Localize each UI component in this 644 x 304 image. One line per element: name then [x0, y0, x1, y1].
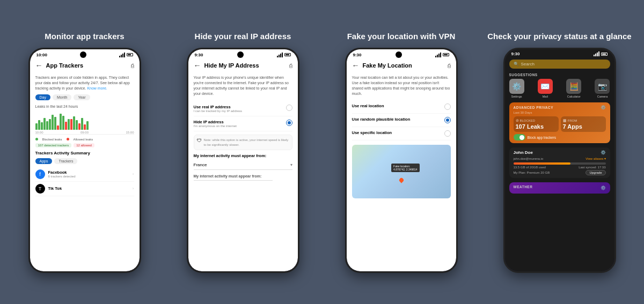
- user-email: john.doe@murena.io: [514, 157, 544, 160]
- appear-label: My internet activity must appear from:: [194, 153, 292, 158]
- back-button-1[interactable]: ←: [35, 61, 43, 70]
- radio-real-ip[interactable]: Use real IP address I can be tracked by …: [194, 101, 292, 116]
- block-trackers-toggle-row: Block app trackers: [514, 134, 606, 140]
- chart-bars: [35, 110, 134, 131]
- chevron-facebook: ›: [133, 172, 134, 176]
- ap-subtitle: Last 30 Days: [514, 111, 606, 114]
- storage-bar-fill: [514, 162, 571, 165]
- share-icon-1[interactable]: ⎙: [131, 63, 134, 69]
- phone-screen-hideip: 9:30 ←: [188, 49, 298, 271]
- facebook-icon: f: [35, 169, 45, 179]
- feature-hideip: Hide your real IP address 9:30: [169, 31, 317, 273]
- from-count: 7 Apps: [563, 123, 604, 130]
- activity-tabs: Apps Trackers: [35, 158, 134, 164]
- plan-label: My Plan: Premium 20 GB: [514, 171, 550, 174]
- status-bar-1: 10:00: [30, 49, 140, 59]
- status-time-4: 9:30: [511, 51, 520, 56]
- phone-fakelocation: 9:30 ←: [345, 48, 458, 273]
- view-aliases-link[interactable]: View aliases ▾: [586, 157, 605, 160]
- ap-gear-icon[interactable]: ⚙️: [601, 105, 606, 110]
- signal-icon-4: [594, 51, 599, 56]
- feature-monitor: Monitor app trackers 10:00: [11, 31, 158, 273]
- location-value: France: [194, 162, 207, 167]
- weather-gear-icon[interactable]: ⚙️: [601, 186, 606, 190]
- section-label: Leaks in the last 24 hours: [35, 105, 134, 108]
- tab-month[interactable]: Month: [53, 94, 71, 100]
- location-select[interactable]: France ▾: [194, 160, 292, 170]
- ap-title: ADVANCED PRIVACY: [514, 106, 554, 109]
- notch-3: [396, 51, 402, 58]
- storage-labels: 13.5 GB of 20GB used Last synced: 17:33: [514, 166, 606, 169]
- share-icon-2[interactable]: ⎙: [289, 63, 292, 69]
- chevron-tiktok: ›: [133, 186, 134, 191]
- plan-row: My Plan: Premium 20 GB Upgrade: [514, 170, 606, 175]
- storage-bar-bg: [514, 162, 606, 165]
- tracker-description: Trackers are pieces of code hidden in ap…: [35, 75, 134, 91]
- sync-label: Last synced: 17:33: [579, 166, 605, 169]
- status-bar-3: 9:30: [347, 49, 456, 59]
- blocked-leaks-box: ⊘ BLOCKED 107 Leaks: [514, 116, 559, 132]
- suggestion-mail[interactable]: ✉️ Mail: [538, 79, 553, 98]
- feature-title-monitor: Monitor app trackers: [45, 31, 124, 42]
- search-bar[interactable]: 🔍 Search: [509, 60, 610, 69]
- appear-label-2: My internet activity must appear from:: [194, 174, 292, 178]
- radio-hide-ip[interactable]: Hide IP address I'm anonymous on the int…: [194, 116, 292, 131]
- camera-app-icon: 📷: [595, 79, 610, 94]
- stat-detected: 107 detected trackers: [35, 143, 72, 147]
- phone1-content: Trackers are pieces of code hidden in ap…: [30, 72, 140, 271]
- nav-title-3: Fake My Location: [363, 62, 444, 69]
- user-header: John Doe ⚙️: [514, 150, 606, 155]
- back-button-3[interactable]: ←: [352, 61, 360, 70]
- radio-specific-location[interactable]: Use specific location: [352, 127, 451, 140]
- mail-app-icon: ✉️: [538, 79, 553, 94]
- user-card: John Doe ⚙️ john.doe@murena.io View alia…: [509, 147, 610, 178]
- suggestions-row: ⚙️ Settings ✉️ Mail 🧮 Calculator 📷: [509, 79, 610, 98]
- feature-fakelocation: Fake your location with VPN 9:30: [327, 31, 475, 273]
- status-bar-4: 9:30: [505, 49, 614, 57]
- tab-day[interactable]: Day: [35, 94, 50, 100]
- map-pin: [399, 178, 404, 182]
- app-name-facebook: Facebook: [48, 170, 129, 175]
- blocked-icon: ⊘: [516, 118, 519, 123]
- tab-year[interactable]: Year: [74, 94, 90, 100]
- main-container: Monitor app trackers 10:00: [0, 20, 644, 284]
- signal-icon-2: [277, 53, 283, 57]
- notch-2: [237, 51, 244, 58]
- map-coords-label: Fake location:4.876742, 2.349814: [391, 164, 420, 172]
- radio-random-location[interactable]: Use random plausible location: [352, 114, 451, 127]
- apps-icon: ▦: [563, 118, 567, 123]
- suggestion-camera[interactable]: 📷 Camera: [595, 79, 610, 98]
- upgrade-button[interactable]: Upgrade: [586, 170, 605, 175]
- tab-apps[interactable]: Apps: [35, 158, 53, 164]
- tab-trackers[interactable]: Trackers: [54, 158, 77, 164]
- block-trackers-toggle[interactable]: [514, 134, 525, 140]
- status-time-1: 10:00: [36, 53, 47, 57]
- battery-icon-3: [443, 53, 449, 56]
- app-name-tiktok: Tik Tok: [48, 186, 129, 191]
- suggestions-section: SUGGESTIONS ⚙️ Settings ✉️ Mail 🧮 Calcu: [505, 71, 614, 100]
- suggestion-calculator[interactable]: 🧮 Calculator: [566, 79, 581, 98]
- app-item-tiktok[interactable]: T Tik Tok ›: [35, 182, 134, 196]
- suggestion-settings[interactable]: ⚙️ Settings: [509, 79, 524, 98]
- legend-green: [35, 138, 38, 140]
- note-box: 🛡 Note: while this option is active, you…: [194, 135, 292, 150]
- tiktok-icon: T: [35, 184, 45, 194]
- share-icon-3[interactable]: ⎙: [448, 63, 451, 69]
- stat-allowed: 12 allowed: [74, 143, 94, 147]
- radio-circle-real: [286, 105, 292, 111]
- know-more-link[interactable]: Know more.: [87, 86, 107, 90]
- radio-real-location[interactable]: Use real location: [352, 100, 451, 114]
- feature-title-fakelocation: Fake your location with VPN: [347, 31, 456, 42]
- settings-app-icon: ⚙️: [509, 79, 524, 94]
- back-button-2[interactable]: ←: [194, 61, 201, 70]
- user-gear-icon[interactable]: ⚙️: [601, 150, 606, 155]
- phone-hideip: 9:30 ←: [187, 48, 299, 273]
- chart-area: 10:00 09:00 15:00: [35, 110, 134, 135]
- blocked-row: ⊘ BLOCKED 107 Leaks ▦ FROM 7 Apps: [514, 116, 606, 132]
- weather-title: WEATHER: [514, 185, 533, 189]
- app-sub-facebook: 6 trackers detected: [48, 175, 129, 178]
- shield-icon: 🛡: [197, 138, 202, 143]
- nav-title-2: Hide My IP Address: [204, 62, 286, 69]
- app-item-facebook[interactable]: f Facebook 6 trackers detected ›: [35, 167, 134, 182]
- user-email-row: john.doe@murena.io View aliases ▾: [514, 157, 606, 160]
